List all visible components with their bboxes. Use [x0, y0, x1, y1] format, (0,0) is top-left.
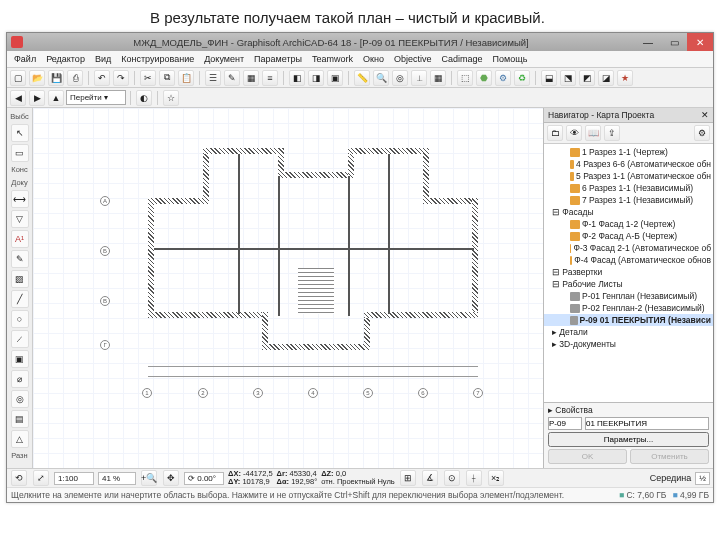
- change-tool-icon[interactable]: △: [11, 430, 29, 448]
- tree-item[interactable]: 5 Разрез 1-1 (Автоматическое обн: [544, 170, 713, 182]
- new-icon[interactable]: ▢: [10, 70, 26, 86]
- addon4-icon[interactable]: ◪: [598, 70, 614, 86]
- arrow-tool-icon[interactable]: ↖: [11, 124, 29, 142]
- eco-icon[interactable]: ♻: [514, 70, 530, 86]
- tree-item[interactable]: Ф-2 Фасад А-Б (Чертеж): [544, 230, 713, 242]
- snap-ratio[interactable]: ½: [695, 472, 710, 485]
- snap3-icon[interactable]: ⊙: [444, 470, 460, 486]
- angle-field[interactable]: ⟳ 0.00°: [184, 472, 224, 485]
- tree-category[interactable]: ⊟ Фасады: [544, 206, 713, 218]
- fills-icon[interactable]: ▦: [243, 70, 259, 86]
- text-tool-icon[interactable]: A¹: [11, 230, 29, 248]
- toolbox-tab-select[interactable]: Выбс: [7, 112, 32, 121]
- addon2-icon[interactable]: ⬔: [560, 70, 576, 86]
- tree-item[interactable]: 6 Разрез 1-1 (Независимый): [544, 182, 713, 194]
- snap1-icon[interactable]: ⊞: [400, 470, 416, 486]
- view-map-icon[interactable]: 👁: [566, 125, 582, 141]
- addon5-icon[interactable]: ★: [617, 70, 633, 86]
- goto-dropdown[interactable]: Перейти ▾: [66, 90, 126, 105]
- pens-icon[interactable]: ✎: [224, 70, 240, 86]
- elevation-icon[interactable]: ▣: [327, 70, 343, 86]
- menu-window[interactable]: Окно: [358, 52, 389, 66]
- snap4-icon[interactable]: ⟊: [466, 470, 482, 486]
- tree-item[interactable]: P-01 Генплан (Независимый): [544, 290, 713, 302]
- scale-field[interactable]: 1:100: [54, 472, 94, 485]
- tree-item[interactable]: Ф-3 Фасад 2-1 (Автоматическое об: [544, 242, 713, 254]
- layout-book-icon[interactable]: 📖: [585, 125, 601, 141]
- snap5-icon[interactable]: ×₂: [488, 470, 504, 486]
- section-tool-icon[interactable]: ⌀: [11, 370, 29, 388]
- snap2-icon[interactable]: ∡: [422, 470, 438, 486]
- paste-icon[interactable]: 📋: [178, 70, 194, 86]
- addon3-icon[interactable]: ◩: [579, 70, 595, 86]
- partial-display-icon[interactable]: ◐: [136, 90, 152, 106]
- tree-item[interactable]: P-02 Генплан-2 (Независимый): [544, 302, 713, 314]
- fit-icon[interactable]: ⤢: [33, 470, 49, 486]
- layers-icon[interactable]: ☰: [205, 70, 221, 86]
- view-id-field[interactable]: [548, 417, 582, 430]
- menu-options[interactable]: Параметры: [249, 52, 307, 66]
- save-icon[interactable]: 💾: [48, 70, 64, 86]
- nav-back-icon[interactable]: ◀: [10, 90, 26, 106]
- favorites-icon[interactable]: ☆: [163, 90, 179, 106]
- menu-cadimage[interactable]: Cadimage: [437, 52, 488, 66]
- print-icon[interactable]: ⎙: [67, 70, 83, 86]
- toolbox-tab-document[interactable]: Доку: [7, 178, 32, 187]
- tree-category[interactable]: ▸ Детали: [544, 326, 713, 338]
- orbit-icon[interactable]: ⟲: [11, 470, 27, 486]
- redo-icon[interactable]: ↷: [113, 70, 129, 86]
- model-view-icon[interactable]: ⬚: [457, 70, 473, 86]
- zones-icon[interactable]: ⬣: [476, 70, 492, 86]
- linetypes-icon[interactable]: ≡: [262, 70, 278, 86]
- publisher-icon[interactable]: ⇪: [604, 125, 620, 141]
- tree-item[interactable]: 1 Разрез 1-1 (Чертеж): [544, 146, 713, 158]
- view-name-field[interactable]: [585, 417, 709, 430]
- worksheet-tool-icon[interactable]: ▤: [11, 410, 29, 428]
- menu-teamwork[interactable]: Teamwork: [307, 52, 358, 66]
- cut-icon[interactable]: ✂: [140, 70, 156, 86]
- drawing-tool-icon[interactable]: ▣: [11, 350, 29, 368]
- section-icon[interactable]: ◨: [308, 70, 324, 86]
- properties-header[interactable]: ▸ Свойства: [548, 405, 709, 415]
- drawing-canvas[interactable]: 1 2 3 4 5 6 7 А Б В Г: [33, 108, 543, 468]
- marquee-tool-icon[interactable]: ▭: [11, 144, 29, 162]
- detail-tool-icon[interactable]: ◎: [11, 390, 29, 408]
- zoom-dropdown-icon[interactable]: +🔍: [141, 470, 157, 486]
- line-tool-icon[interactable]: ╱: [11, 290, 29, 308]
- menu-design[interactable]: Конструирование: [116, 52, 199, 66]
- level-tool-icon[interactable]: ▽: [11, 210, 29, 228]
- copy-icon[interactable]: ⧉: [159, 70, 175, 86]
- menu-objective[interactable]: Objective: [389, 52, 437, 66]
- maximize-button[interactable]: ▭: [661, 33, 687, 51]
- menu-help[interactable]: Помощь: [488, 52, 533, 66]
- menu-file[interactable]: Файл: [9, 52, 41, 66]
- tree-options-icon[interactable]: ⚙: [694, 125, 710, 141]
- navigator-tree[interactable]: 1 Разрез 1-1 (Чертеж)4 Разрез 6-6 (Автом…: [544, 144, 713, 402]
- addon-icon[interactable]: ⬓: [541, 70, 557, 86]
- tree-item[interactable]: Ф-4 Фасад (Автоматическое обнов: [544, 254, 713, 266]
- zoom-field[interactable]: 41 %: [98, 472, 136, 485]
- menu-document[interactable]: Документ: [199, 52, 249, 66]
- params-button[interactable]: Параметры...: [548, 432, 709, 447]
- toolbox-tab-design[interactable]: Конс: [7, 165, 32, 174]
- menu-editor[interactable]: Редактор: [41, 52, 90, 66]
- panel-close-icon[interactable]: ✕: [701, 110, 709, 120]
- dimension-tool-icon[interactable]: ⟷: [11, 190, 29, 208]
- close-button[interactable]: ✕: [687, 33, 713, 51]
- pan-icon[interactable]: ✥: [163, 470, 179, 486]
- circle-tool-icon[interactable]: ○: [11, 310, 29, 328]
- grid-icon[interactable]: ▦: [430, 70, 446, 86]
- label-tool-icon[interactable]: ✎: [11, 250, 29, 268]
- minimize-button[interactable]: ―: [635, 33, 661, 51]
- trace-icon[interactable]: ◎: [392, 70, 408, 86]
- mep-icon[interactable]: ⚙: [495, 70, 511, 86]
- find-icon[interactable]: 🔍: [373, 70, 389, 86]
- project-map-icon[interactable]: 🗀: [547, 125, 563, 141]
- tree-category[interactable]: ▸ 3D-документы: [544, 338, 713, 350]
- tree-item[interactable]: 4 Разрез 6-6 (Автоматическое обн: [544, 158, 713, 170]
- polyline-tool-icon[interactable]: ⟋: [11, 330, 29, 348]
- ruler-icon[interactable]: ⟂: [411, 70, 427, 86]
- nav-up-icon[interactable]: ▲: [48, 90, 64, 106]
- tree-category[interactable]: ⊟ Рабочие Листы: [544, 278, 713, 290]
- undo-icon[interactable]: ↶: [94, 70, 110, 86]
